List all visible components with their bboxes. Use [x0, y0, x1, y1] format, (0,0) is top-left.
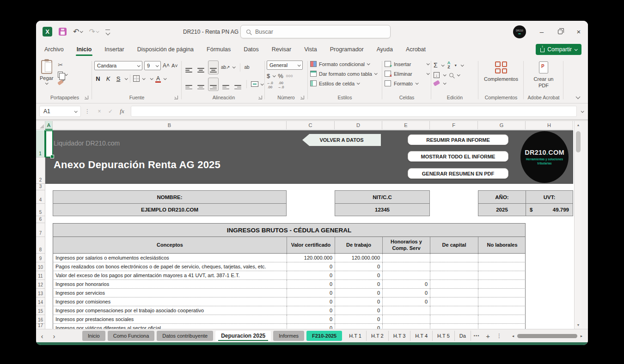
cell-trabajo[interactable]: 0 — [335, 324, 383, 329]
prev-sheet-icon[interactable]: ‹ — [36, 332, 48, 340]
tab-acrobat[interactable]: Acrobat — [405, 44, 427, 55]
cell-honorarios[interactable] — [383, 271, 430, 279]
addins-button[interactable]: Complementos — [484, 76, 518, 82]
add-sheet-button[interactable]: + — [486, 332, 490, 340]
tab-programador[interactable]: Programador — [329, 44, 365, 55]
tab-formulas[interactable]: Fórmulas — [206, 44, 232, 55]
align-bottom-button[interactable] — [208, 61, 219, 74]
cell-capital[interactable] — [430, 324, 478, 329]
uvt-label-cell[interactable]: UVT: — [526, 190, 573, 204]
copy-button[interactable] — [58, 72, 67, 78]
currency-button[interactable]: $ — [267, 73, 270, 79]
generar-resumen-pdf-button[interactable]: GENERAR RESUMEN EN PDF — [408, 168, 508, 179]
row-header-2[interactable]: 2 — [36, 158, 45, 184]
sheet-tab-como-funciona[interactable]: Como Funciona — [108, 331, 155, 341]
sheet-tab-ht1[interactable]: H.T 1 — [344, 331, 367, 341]
cell-no-laborales[interactable] — [478, 271, 526, 279]
insert-function-icon[interactable]: fx — [116, 108, 128, 115]
decrease-indent-button[interactable] — [221, 78, 231, 91]
cell-capital[interactable] — [430, 262, 478, 271]
vertical-scrollbar[interactable]: ▲ ▼ — [574, 121, 581, 329]
find-select-icon[interactable] — [449, 73, 453, 77]
nit-value-cell[interactable]: 12345 — [335, 203, 430, 216]
cell-concepto[interactable]: Ingresos por viáticos diferentes al sect… — [53, 324, 287, 329]
cell-honorarios[interactable] — [383, 262, 430, 271]
tab-archivo[interactable]: Archivo — [43, 44, 65, 55]
scroll-down-icon[interactable]: ▼ — [575, 323, 582, 327]
cell-capital[interactable] — [430, 271, 478, 279]
clear-icon[interactable] — [433, 80, 440, 86]
tab-inicio[interactable]: Inicio — [76, 44, 93, 55]
row-header-3[interactable]: 3 — [36, 184, 45, 190]
collapse-ribbon-icon[interactable] — [576, 95, 581, 99]
tab-disposicion[interactable]: Disposición de página — [136, 44, 195, 55]
sort-filter-button[interactable]: AZ — [447, 61, 451, 69]
cell-concepto[interactable]: Ingresos por prestaciones sociales — [53, 315, 287, 323]
restore-button[interactable] — [551, 21, 569, 42]
nit-label-cell[interactable]: NIT/C.C — [335, 190, 430, 204]
borders-menu[interactable] — [142, 77, 146, 80]
horizontal-scroll-thumb[interactable] — [517, 334, 577, 338]
cell-trabajo[interactable]: 0 — [335, 289, 383, 297]
cell-trabajo[interactable]: 0 — [335, 315, 383, 323]
account-avatar[interactable]: DR210▬ — [513, 25, 526, 38]
font-color-menu[interactable] — [164, 77, 167, 80]
cell-trabajo[interactable]: 0 — [335, 280, 383, 288]
cell-valor[interactable]: 0 — [287, 297, 335, 306]
select-all-corner[interactable] — [36, 121, 45, 130]
fill-button[interactable]: ↓ — [434, 72, 440, 78]
alignment-dialog-launcher[interactable] — [258, 96, 262, 99]
search-box[interactable]: Buscar — [240, 25, 391, 38]
fill-menu[interactable] — [443, 73, 447, 76]
row-header-12[interactable]: 12 — [36, 280, 45, 289]
cell-no-laborales[interactable] — [478, 254, 526, 262]
cell-capital[interactable] — [430, 254, 478, 262]
header-honorarios[interactable]: Honorarios y Comp. Serv — [383, 237, 430, 253]
cell-honorarios[interactable]: 0 — [383, 289, 430, 297]
delete-cells-button[interactable]: Eliminar — [385, 71, 429, 77]
underline-menu[interactable] — [125, 77, 128, 80]
sheet-tab-ht3[interactable]: H.T 3 — [389, 331, 411, 341]
table-title[interactable]: INGRESOS BRUTOS - CÉDULA GENERAL — [53, 223, 526, 237]
nombre-value-cell[interactable]: EJEMPLO DR210.COM — [53, 203, 287, 216]
cell-no-laborales[interactable] — [478, 280, 526, 288]
row-header-4[interactable]: 4 — [36, 190, 45, 204]
font-dialog-launcher[interactable] — [174, 96, 178, 99]
header-no-laborales[interactable]: No laborales — [478, 237, 526, 253]
merge-center-menu[interactable] — [261, 82, 264, 85]
row-header-15[interactable]: 15 — [36, 306, 45, 315]
tab-datos[interactable]: Datos — [243, 44, 260, 55]
cell-no-laborales[interactable] — [478, 289, 526, 297]
cancel-entry-icon[interactable]: × — [94, 108, 105, 115]
cell-capital[interactable] — [430, 297, 478, 306]
save-icon[interactable] — [59, 28, 67, 36]
cell-valor[interactable]: 0 — [287, 280, 335, 288]
font-size-select[interactable]: 9 — [144, 61, 161, 70]
tab-revisar[interactable]: Revisar — [271, 44, 292, 55]
font-name-select[interactable]: Candara — [94, 61, 142, 70]
fill-color-menu[interactable] — [150, 77, 153, 80]
align-top-button[interactable] — [184, 61, 194, 74]
sheet-tab-ht4[interactable]: H.T 4 — [410, 331, 433, 341]
formula-input[interactable] — [131, 106, 577, 117]
col-header-C[interactable]: C — [287, 121, 335, 130]
orientation-button[interactable]: ab↗ — [221, 65, 230, 70]
cell-valor[interactable]: 0 — [287, 306, 335, 315]
col-header-F[interactable]: F — [430, 121, 478, 130]
cell-concepto[interactable]: Ingresos por honorarios — [53, 280, 287, 288]
align-middle-button[interactable] — [196, 61, 206, 74]
format-cells-button[interactable]: Formato — [385, 80, 429, 86]
uvt-value-cell[interactable]: $49.799 — [526, 203, 573, 216]
tab-options-icon[interactable]: ⋮ — [496, 333, 502, 339]
row-header-7[interactable]: 7 — [36, 223, 45, 237]
cell-valor[interactable]: 120.000.000 — [287, 254, 335, 262]
row-header-14[interactable]: 14 — [36, 297, 45, 306]
row-header-1[interactable]: 1 — [36, 130, 45, 158]
decrease-decimal-button[interactable]: .00 →.0 — [278, 81, 284, 90]
cell-concepto[interactable]: Valor del exceso de los pagos por alimen… — [53, 271, 287, 279]
col-header-H[interactable]: H — [526, 121, 573, 130]
cell-no-laborales[interactable] — [478, 324, 526, 329]
next-sheet-icon[interactable]: › — [48, 332, 60, 340]
cut-button[interactable]: ✂ — [58, 61, 67, 68]
cell-no-laborales[interactable] — [478, 315, 526, 323]
